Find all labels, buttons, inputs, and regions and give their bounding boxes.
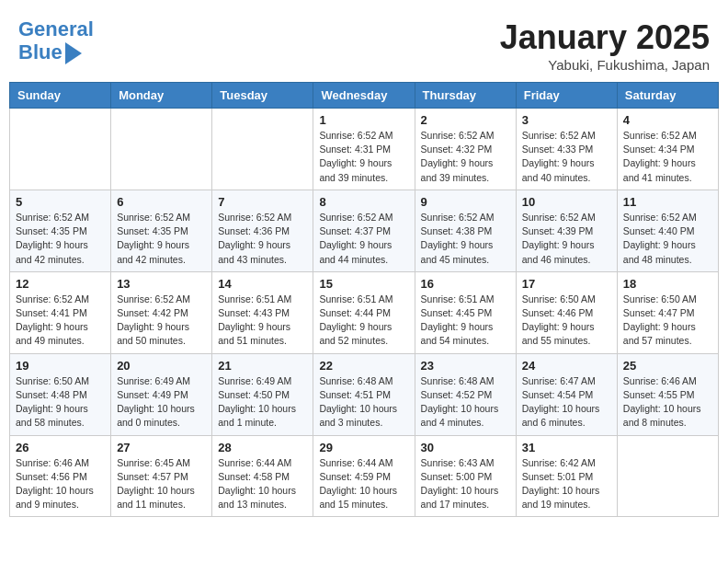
calendar-cell: 14Sunrise: 6:51 AM Sunset: 4:43 PM Dayli… xyxy=(212,271,313,353)
calendar-cell: 20Sunrise: 6:49 AM Sunset: 4:49 PM Dayli… xyxy=(111,353,212,435)
calendar-cell: 5Sunrise: 6:52 AM Sunset: 4:35 PM Daylig… xyxy=(10,190,111,271)
logo-arrow-icon xyxy=(65,42,82,64)
weekday-header-sunday: Sunday xyxy=(10,83,111,109)
day-number: 17 xyxy=(522,277,611,291)
day-number: 6 xyxy=(117,195,206,209)
day-info: Sunrise: 6:52 AM Sunset: 4:34 PM Dayligh… xyxy=(623,129,712,185)
day-info: Sunrise: 6:52 AM Sunset: 4:31 PM Dayligh… xyxy=(319,129,408,185)
day-number: 7 xyxy=(218,195,307,209)
calendar-cell xyxy=(212,109,313,190)
day-info: Sunrise: 6:48 AM Sunset: 4:52 PM Dayligh… xyxy=(421,374,510,431)
day-number: 19 xyxy=(16,359,105,373)
weekday-header-thursday: Thursday xyxy=(415,83,516,109)
calendar-table: SundayMondayTuesdayWednesdayThursdayFrid… xyxy=(9,82,719,517)
calendar-cell: 15Sunrise: 6:51 AM Sunset: 4:44 PM Dayli… xyxy=(313,271,415,353)
day-number: 10 xyxy=(522,195,611,209)
day-number: 20 xyxy=(117,359,206,373)
day-info: Sunrise: 6:47 AM Sunset: 4:54 PM Dayligh… xyxy=(522,374,611,431)
day-info: Sunrise: 6:51 AM Sunset: 4:43 PM Dayligh… xyxy=(218,293,307,349)
logo: General Blue xyxy=(18,18,94,64)
day-number: 15 xyxy=(319,277,408,291)
month-title: January 2025 xyxy=(500,18,710,57)
day-info: Sunrise: 6:50 AM Sunset: 4:46 PM Dayligh… xyxy=(522,293,611,349)
calendar-cell: 7Sunrise: 6:52 AM Sunset: 4:36 PM Daylig… xyxy=(212,190,313,271)
day-info: Sunrise: 6:51 AM Sunset: 4:45 PM Dayligh… xyxy=(421,293,510,349)
calendar-cell: 13Sunrise: 6:52 AM Sunset: 4:42 PM Dayli… xyxy=(111,271,212,353)
day-number: 28 xyxy=(218,441,307,454)
day-number: 9 xyxy=(421,195,510,209)
calendar-cell xyxy=(10,109,111,190)
calendar-cell: 10Sunrise: 6:52 AM Sunset: 4:39 PM Dayli… xyxy=(516,190,617,271)
calendar-cell: 19Sunrise: 6:50 AM Sunset: 4:48 PM Dayli… xyxy=(10,353,111,435)
day-info: Sunrise: 6:52 AM Sunset: 4:39 PM Dayligh… xyxy=(522,211,611,267)
day-info: Sunrise: 6:52 AM Sunset: 4:35 PM Dayligh… xyxy=(16,211,105,267)
calendar-cell: 25Sunrise: 6:46 AM Sunset: 4:55 PM Dayli… xyxy=(617,353,718,435)
day-number: 30 xyxy=(421,441,510,454)
day-number: 12 xyxy=(16,277,105,291)
day-info: Sunrise: 6:49 AM Sunset: 4:49 PM Dayligh… xyxy=(117,374,206,431)
calendar-cell: 22Sunrise: 6:48 AM Sunset: 4:51 PM Dayli… xyxy=(313,353,415,435)
calendar-cell: 31Sunrise: 6:42 AM Sunset: 5:01 PM Dayli… xyxy=(516,435,617,517)
day-info: Sunrise: 6:45 AM Sunset: 4:57 PM Dayligh… xyxy=(117,456,206,512)
calendar-cell xyxy=(617,435,718,517)
calendar-cell: 26Sunrise: 6:46 AM Sunset: 4:56 PM Dayli… xyxy=(10,435,111,517)
calendar-cell: 28Sunrise: 6:44 AM Sunset: 4:58 PM Dayli… xyxy=(212,435,313,517)
day-number: 5 xyxy=(16,195,105,209)
day-info: Sunrise: 6:52 AM Sunset: 4:35 PM Dayligh… xyxy=(117,211,206,267)
day-number: 23 xyxy=(421,359,510,373)
day-info: Sunrise: 6:50 AM Sunset: 4:48 PM Dayligh… xyxy=(16,374,105,431)
weekday-header-wednesday: Wednesday xyxy=(313,83,415,109)
day-info: Sunrise: 6:52 AM Sunset: 4:40 PM Dayligh… xyxy=(623,211,712,267)
day-info: Sunrise: 6:49 AM Sunset: 4:50 PM Dayligh… xyxy=(218,374,307,431)
day-number: 11 xyxy=(623,195,712,209)
logo-general: General xyxy=(18,17,94,40)
day-number: 16 xyxy=(421,277,510,291)
day-info: Sunrise: 6:50 AM Sunset: 4:47 PM Dayligh… xyxy=(623,293,712,349)
weekday-header-saturday: Saturday xyxy=(617,83,718,109)
day-number: 24 xyxy=(522,359,611,373)
weekday-header-friday: Friday xyxy=(516,83,617,109)
day-info: Sunrise: 6:52 AM Sunset: 4:32 PM Dayligh… xyxy=(421,129,510,185)
day-info: Sunrise: 6:48 AM Sunset: 4:51 PM Dayligh… xyxy=(319,374,408,431)
calendar-cell: 6Sunrise: 6:52 AM Sunset: 4:35 PM Daylig… xyxy=(111,190,212,271)
day-number: 2 xyxy=(421,113,510,127)
calendar-cell: 30Sunrise: 6:43 AM Sunset: 5:00 PM Dayli… xyxy=(415,435,516,517)
logo-text: General xyxy=(18,18,94,40)
day-number: 3 xyxy=(522,113,611,127)
location-subtitle: Yabuki, Fukushima, Japan xyxy=(500,57,710,73)
calendar-cell: 17Sunrise: 6:50 AM Sunset: 4:46 PM Dayli… xyxy=(516,271,617,353)
calendar-cell: 18Sunrise: 6:50 AM Sunset: 4:47 PM Dayli… xyxy=(617,271,718,353)
calendar-cell: 1Sunrise: 6:52 AM Sunset: 4:31 PM Daylig… xyxy=(313,109,415,190)
calendar-cell: 2Sunrise: 6:52 AM Sunset: 4:32 PM Daylig… xyxy=(415,109,516,190)
calendar-cell: 29Sunrise: 6:44 AM Sunset: 4:59 PM Dayli… xyxy=(313,435,415,517)
page-header: General Blue January 2025 Yabuki, Fukush… xyxy=(9,9,719,77)
day-number: 29 xyxy=(319,441,408,454)
day-number: 31 xyxy=(522,441,611,454)
calendar-week-1: 1Sunrise: 6:52 AM Sunset: 4:31 PM Daylig… xyxy=(10,109,719,190)
day-info: Sunrise: 6:52 AM Sunset: 4:38 PM Dayligh… xyxy=(421,211,510,267)
day-number: 4 xyxy=(623,113,712,127)
day-number: 14 xyxy=(218,277,307,291)
day-info: Sunrise: 6:52 AM Sunset: 4:33 PM Dayligh… xyxy=(522,129,611,185)
weekday-header-tuesday: Tuesday xyxy=(212,83,313,109)
day-info: Sunrise: 6:52 AM Sunset: 4:41 PM Dayligh… xyxy=(16,293,105,349)
day-info: Sunrise: 6:52 AM Sunset: 4:37 PM Dayligh… xyxy=(319,211,408,267)
day-info: Sunrise: 6:46 AM Sunset: 4:55 PM Dayligh… xyxy=(623,374,712,431)
calendar-cell: 9Sunrise: 6:52 AM Sunset: 4:38 PM Daylig… xyxy=(415,190,516,271)
day-number: 27 xyxy=(117,441,206,454)
title-section: January 2025 Yabuki, Fukushima, Japan xyxy=(500,18,710,73)
calendar-cell: 3Sunrise: 6:52 AM Sunset: 4:33 PM Daylig… xyxy=(516,109,617,190)
calendar-cell: 4Sunrise: 6:52 AM Sunset: 4:34 PM Daylig… xyxy=(617,109,718,190)
calendar-cell: 16Sunrise: 6:51 AM Sunset: 4:45 PM Dayli… xyxy=(415,271,516,353)
weekday-header-row: SundayMondayTuesdayWednesdayThursdayFrid… xyxy=(10,83,719,109)
calendar-week-3: 12Sunrise: 6:52 AM Sunset: 4:41 PM Dayli… xyxy=(10,271,719,353)
day-number: 26 xyxy=(16,441,105,454)
day-info: Sunrise: 6:46 AM Sunset: 4:56 PM Dayligh… xyxy=(16,456,105,512)
calendar-cell: 24Sunrise: 6:47 AM Sunset: 4:54 PM Dayli… xyxy=(516,353,617,435)
day-number: 13 xyxy=(117,277,206,291)
day-info: Sunrise: 6:51 AM Sunset: 4:44 PM Dayligh… xyxy=(319,293,408,349)
day-info: Sunrise: 6:52 AM Sunset: 4:36 PM Dayligh… xyxy=(218,211,307,267)
calendar-cell: 12Sunrise: 6:52 AM Sunset: 4:41 PM Dayli… xyxy=(10,271,111,353)
calendar-cell: 23Sunrise: 6:48 AM Sunset: 4:52 PM Dayli… xyxy=(415,353,516,435)
day-number: 25 xyxy=(623,359,712,373)
